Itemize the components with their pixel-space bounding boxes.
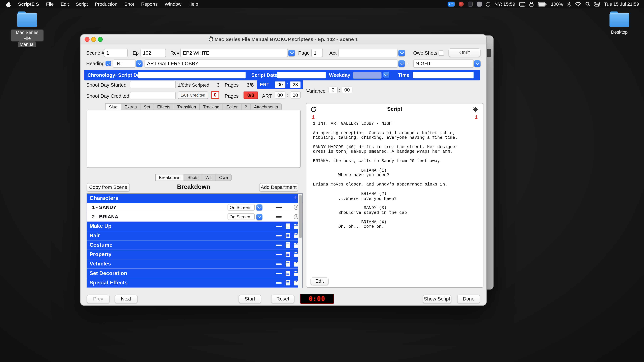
time-of-day-chevron-down-icon[interactable] — [474, 60, 480, 67]
character-row[interactable]: 1 - SANDY On Screen — [87, 203, 302, 212]
recording-app-icon[interactable] — [459, 2, 464, 6]
remove-character-icon[interactable] — [276, 216, 282, 218]
weekday-chevron-down-icon[interactable] — [383, 72, 390, 78]
variance-hours-input[interactable] — [328, 87, 338, 93]
ert-minutes-input[interactable] — [290, 81, 301, 88]
add-character-icon[interactable]: + — [294, 194, 298, 201]
menu-item[interactable]: Reports — [141, 2, 158, 6]
pages-credited-value[interactable]: 0/8 — [244, 91, 258, 99]
rev-dropdown-chevron-down-icon[interactable] — [288, 50, 295, 56]
art-minutes-input[interactable] — [290, 91, 301, 98]
menu-item[interactable]: Help — [188, 2, 198, 6]
character-row[interactable]: 2 - BRIANA On Screen — [87, 212, 302, 222]
location-chevron-down-icon[interactable] — [398, 60, 405, 67]
battery-icon[interactable] — [538, 2, 547, 6]
weekday-select[interactable] — [353, 71, 382, 79]
notes-icon[interactable] — [286, 261, 290, 269]
spotlight-icon[interactable] — [585, 2, 590, 6]
department-row[interactable]: Make Up — [87, 222, 302, 231]
remove-department-icon[interactable] — [276, 282, 282, 284]
onscreen-chevron-down-icon[interactable] — [256, 204, 262, 210]
time-of-day-input[interactable] — [413, 59, 474, 68]
detail-tab[interactable]: Effects — [154, 103, 174, 110]
keyboard-icon[interactable] — [519, 2, 526, 6]
heading-type-input[interactable] — [113, 59, 136, 68]
remove-department-icon[interactable] — [276, 226, 282, 227]
notes-icon[interactable] — [286, 252, 290, 259]
detail-tab[interactable]: Set — [140, 103, 154, 110]
notes-icon[interactable] — [286, 242, 290, 250]
apple-menu-icon[interactable] — [6, 1, 11, 7]
next-button[interactable]: Next — [114, 295, 138, 303]
remove-department-icon[interactable] — [276, 235, 282, 236]
ep-input[interactable] — [140, 49, 166, 57]
department-row[interactable]: Vehicles — [87, 259, 302, 269]
detail-tab[interactable]: Transition — [174, 103, 200, 110]
department-row[interactable]: Special Effects — [87, 278, 302, 288]
zoom-menu-icon[interactable]: zm — [448, 2, 455, 6]
menu-item[interactable]: Script — [76, 2, 88, 6]
department-row[interactable]: Hair — [87, 231, 302, 241]
page-input[interactable] — [311, 49, 323, 57]
title-bar[interactable]: Mac Series File Manual BACKUP.scriptess … — [80, 34, 486, 44]
notes-icon[interactable] — [286, 233, 290, 240]
notes-icon[interactable] — [286, 223, 290, 231]
characters-header[interactable]: Characters + — [87, 194, 302, 203]
slug-textarea[interactable] — [87, 110, 301, 168]
onscreen-status-select[interactable]: On Screen — [228, 204, 255, 211]
desktop-icon-mac-series-file-manual[interactable]: Mac Series File Manual — [11, 11, 44, 47]
edit-button[interactable]: Edit — [310, 278, 328, 285]
heading-type-chevron-down-icon[interactable] — [136, 60, 142, 67]
control-center-icon[interactable] — [594, 2, 600, 6]
owe-shots-checkbox[interactable] — [439, 50, 444, 56]
omit-button[interactable]: Omit — [448, 48, 480, 57]
menu-item[interactable]: File — [46, 2, 54, 6]
remove-department-icon[interactable] — [276, 273, 282, 274]
ny-clock[interactable]: NY: 15:59 — [494, 2, 515, 6]
shoot-day-credited-input[interactable] — [130, 92, 176, 99]
prev-button[interactable]: Prev — [87, 295, 110, 303]
detail-tab[interactable]: Editor — [223, 103, 241, 110]
lock-icon[interactable] — [530, 2, 534, 6]
menu-clock[interactable]: Tue 15 Jul 21:59 — [604, 2, 639, 6]
onscreen-status-select[interactable]: On Screen — [228, 213, 255, 220]
menu-item[interactable]: Window — [165, 2, 182, 6]
art-hours-input[interactable] — [275, 91, 286, 98]
location-input[interactable] — [144, 59, 398, 68]
desktop-icon-desktop[interactable]: Desktop — [604, 11, 635, 34]
breakdown-scrollbar[interactable] — [298, 194, 302, 288]
heading-checkbox[interactable] — [106, 61, 111, 66]
shoot-day-started-input[interactable] — [130, 81, 176, 88]
department-row[interactable]: Property — [87, 250, 302, 259]
menu-item[interactable]: Production — [95, 2, 118, 6]
show-script-button[interactable]: Show Script — [422, 295, 451, 303]
remove-character-icon[interactable] — [276, 207, 282, 208]
dark-app-icon[interactable] — [468, 2, 472, 6]
script-date-input[interactable] — [277, 72, 326, 78]
detail-tab[interactable]: Tracking — [200, 103, 223, 110]
script-text[interactable]: 1 INT. ART GALLERY LOBBY - NIGHT An open… — [313, 121, 480, 229]
done-button[interactable]: Done — [457, 295, 480, 303]
scene-input[interactable] — [104, 49, 128, 57]
onscreen-chevron-down-icon[interactable] — [256, 214, 262, 220]
time-input[interactable] — [413, 72, 474, 78]
ert-hours-input[interactable] — [275, 81, 286, 88]
remove-department-icon[interactable] — [276, 254, 282, 255]
breakdown-tab[interactable]: Owe — [216, 174, 232, 181]
script-day-input[interactable] — [138, 72, 246, 78]
remove-department-icon[interactable] — [276, 264, 282, 265]
breakdown-tab[interactable]: WT — [202, 174, 216, 181]
app-menu[interactable]: ScriptE S — [18, 2, 39, 6]
wifi-icon[interactable] — [575, 2, 581, 6]
scrollbar-thumb[interactable] — [299, 195, 302, 238]
act-dropdown-chevron-down-icon[interactable] — [398, 50, 405, 56]
start-button[interactable]: Start — [239, 295, 261, 303]
settings-icon[interactable] — [473, 106, 478, 114]
department-row[interactable]: Set Decoration — [87, 269, 302, 278]
department-row[interactable]: Costume — [87, 241, 302, 250]
act-input[interactable] — [338, 49, 398, 57]
remove-department-icon[interactable] — [276, 245, 282, 246]
add-department-button[interactable]: Add Department — [259, 183, 298, 192]
gray-app-icon[interactable] — [477, 2, 482, 6]
rev-input[interactable] — [180, 49, 288, 57]
